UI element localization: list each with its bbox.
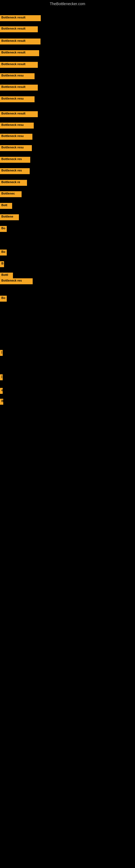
bottleneck-result-badge: B: [0, 261, 4, 267]
bottleneck-result-badge: Bottleneck result: [0, 50, 39, 56]
bottleneck-result-badge: Bottleneck res: [0, 168, 30, 174]
bottleneck-result-badge: Bottleneck res: [0, 278, 33, 284]
bottleneck-result-badge: Bottleneck resu: [0, 73, 35, 79]
bottleneck-result-badge: Bottleneck result: [0, 85, 38, 91]
bottleneck-result-badge: Bottlenec: [0, 191, 21, 197]
bottleneck-result-badge: Bo: [0, 296, 7, 302]
bottleneck-result-badge: Bottleneck result: [0, 15, 41, 21]
bottleneck-result-badge: Bottleneck resu: [0, 134, 32, 140]
bottleneck-result-badge: Bottleneck result: [0, 111, 38, 117]
bottleneck-result-badge: Bottleneck resu: [0, 96, 35, 102]
bottleneck-result-badge: Bottleneck result: [0, 62, 38, 68]
site-title: TheBottlenecker.com: [0, 2, 135, 6]
bottleneck-result-badge: Bo: [0, 226, 7, 232]
bottleneck-result-badge: Bott: [0, 203, 12, 209]
bottleneck-result-badge: Bottleneck re: [0, 180, 27, 186]
bottleneck-result-badge: |: [0, 374, 3, 380]
bottleneck-result-badge: Bottleneck res: [0, 157, 30, 163]
bottleneck-result-badge: Bottleneck resu: [0, 145, 32, 151]
bottleneck-result-badge: |: [0, 350, 3, 356]
bottleneck-result-badge: Bottleneck result: [0, 26, 38, 32]
bottleneck-result-badge: e: [0, 388, 3, 394]
bottleneck-result-badge: Bottl: [0, 273, 13, 279]
bottleneck-result-badge: Bottleneck result: [0, 38, 41, 44]
bottleneck-result-badge: Bottleneck resu: [0, 123, 34, 129]
bottleneck-result-badge: B: [0, 399, 3, 405]
bottleneck-result-badge: Bo: [0, 250, 7, 255]
bottleneck-result-badge: Bottlene: [0, 214, 19, 220]
